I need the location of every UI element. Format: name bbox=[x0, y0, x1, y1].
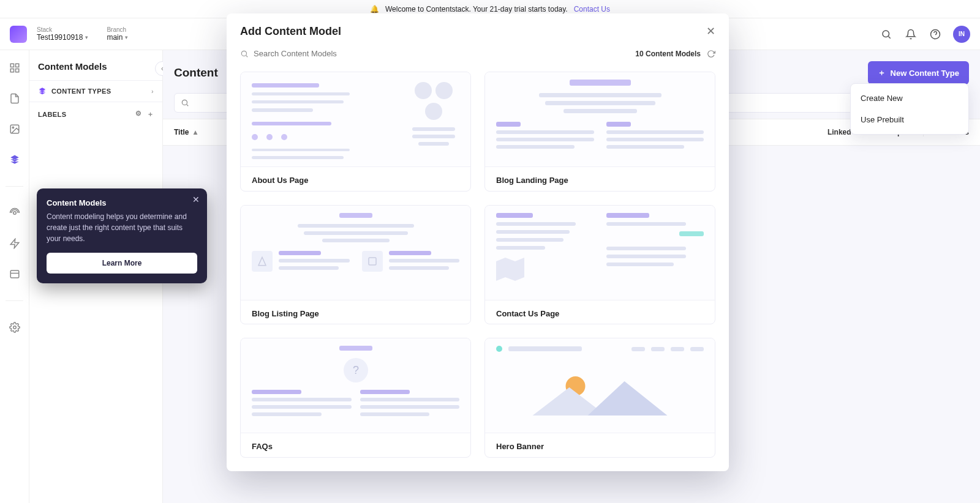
faq-icon: ? bbox=[342, 357, 369, 384]
model-card-blog-landing[interactable]: Blog Landing Page bbox=[484, 72, 715, 192]
model-count: 10 Content Models bbox=[635, 50, 701, 58]
card-title: Blog Landing Page bbox=[485, 166, 715, 192]
model-card-blog-listing[interactable]: Blog Listing Page bbox=[240, 205, 471, 325]
card-preview bbox=[485, 338, 715, 433]
svg-marker-19 bbox=[258, 257, 266, 266]
status-dot-icon bbox=[496, 346, 502, 352]
modal-title: Add Content Model bbox=[240, 25, 341, 38]
image-icon bbox=[252, 251, 273, 272]
card-title: About Us Page bbox=[241, 166, 470, 192]
hero-image-icon bbox=[496, 369, 704, 420]
svg-line-18 bbox=[246, 55, 248, 57]
model-card-faqs[interactable]: ? FAQs bbox=[240, 338, 471, 458]
card-preview bbox=[241, 206, 470, 300]
onboarding-tip: ✕ Content Models Content modeling helps … bbox=[37, 188, 207, 283]
tip-title: Content Models bbox=[47, 198, 197, 207]
close-icon[interactable]: ✕ bbox=[192, 195, 200, 204]
model-card-contact-us[interactable]: Contact Us Page bbox=[484, 205, 715, 325]
svg-rect-20 bbox=[369, 258, 376, 265]
tip-body: Content modeling helps you determine and… bbox=[47, 211, 197, 244]
map-icon bbox=[496, 256, 524, 281]
card-title: Hero Banner bbox=[485, 433, 715, 458]
model-card-grid[interactable]: About Us Page bbox=[227, 65, 729, 471]
svg-point-17 bbox=[241, 51, 246, 56]
card-preview bbox=[485, 72, 715, 166]
card-title: Blog Listing Page bbox=[241, 300, 470, 325]
svg-text:?: ? bbox=[352, 364, 358, 376]
card-title: FAQs bbox=[241, 433, 470, 458]
card-title: Contact Us Page bbox=[485, 300, 715, 325]
card-preview bbox=[241, 72, 470, 166]
search-icon bbox=[240, 50, 249, 58]
refresh-icon[interactable] bbox=[707, 50, 715, 58]
image-icon bbox=[362, 251, 383, 272]
card-preview: ? bbox=[241, 338, 470, 433]
card-preview bbox=[485, 206, 715, 300]
close-icon[interactable]: ✕ bbox=[706, 24, 715, 38]
modal-search-input[interactable] bbox=[254, 49, 629, 58]
learn-more-button[interactable]: Learn More bbox=[47, 253, 197, 274]
model-card-about-us[interactable]: About Us Page bbox=[240, 72, 471, 192]
modal-search[interactable] bbox=[240, 49, 629, 58]
model-card-hero-banner[interactable]: Hero Banner bbox=[484, 338, 715, 458]
add-content-model-modal: Add Content Model ✕ 10 Content Models bbox=[227, 13, 729, 471]
